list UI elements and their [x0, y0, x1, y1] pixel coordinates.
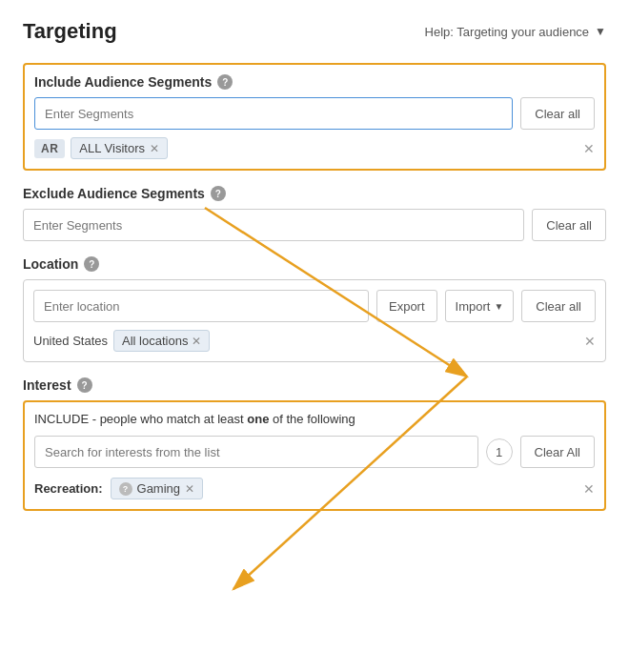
location-sub-close-icon[interactable]: ✕ [192, 336, 201, 347]
exclude-segments-clear-all-button[interactable]: Clear all [532, 209, 606, 241]
import-label: Import [456, 299, 491, 314]
include-segments-input-row: Clear all [34, 97, 595, 130]
include-segments-help-icon[interactable]: ? [217, 74, 233, 90]
interest-label: Interest ? [23, 377, 606, 393]
location-country-name: United States [33, 334, 108, 348]
include-segments-tags-row: AR ALL Visitors ✕ ✕ [34, 137, 595, 159]
page-title: Targeting [23, 19, 117, 44]
gaming-tag-name: Gaming [137, 481, 181, 496]
recreation-row: Recreation: ? Gaming ✕ ✕ [34, 478, 595, 499]
interest-section: Interest ? INCLUDE - people who match at… [23, 377, 606, 511]
location-clear-all-button[interactable]: Clear all [521, 290, 596, 322]
interest-input-row: 1 Clear All [34, 436, 595, 468]
exclude-segments-label: Exclude Audience Segments ? [23, 186, 606, 201]
chevron-down-icon: ▼ [595, 25, 606, 38]
include-segments-tag-close-icon[interactable]: ✕ [150, 143, 159, 154]
include-segments-row-close-icon[interactable]: ✕ [583, 141, 595, 156]
interest-clear-all-button[interactable]: Clear All [520, 436, 595, 468]
location-tags-row: United States All locations ✕ ✕ [33, 330, 596, 352]
include-segments-ar-badge: AR [34, 139, 65, 158]
gaming-help-dot: ? [119, 482, 132, 496]
recreation-label: Recreation: [34, 481, 103, 496]
page-header: Targeting Help: Targeting your audience … [23, 19, 606, 44]
location-row-close-icon[interactable]: ✕ [584, 334, 596, 349]
include-segments-clear-all-button[interactable]: Clear all [520, 97, 595, 130]
location-sub-text: All locations [122, 334, 188, 348]
help-link-text: Help: Targeting your audience [425, 25, 590, 39]
exclude-segments-input-row: Clear all [23, 209, 606, 241]
include-bold: one [247, 412, 269, 426]
include-segments-input[interactable] [34, 97, 513, 130]
location-box: Export Import ▼ Clear all United States … [23, 279, 606, 362]
include-prefix: INCLUDE [34, 412, 89, 426]
include-header: INCLUDE - people who match at least one … [34, 412, 595, 426]
location-label: Location ? [23, 256, 606, 272]
import-chevron-icon: ▼ [494, 301, 503, 312]
exclude-segments-section: Exclude Audience Segments ? Clear all [23, 186, 606, 241]
include-segments-tag-item: ALL Visitors ✕ [71, 137, 168, 159]
gaming-tag-close-icon[interactable]: ✕ [185, 483, 194, 495]
exclude-segments-help-icon[interactable]: ? [211, 186, 226, 201]
location-sub-tag: All locations ✕ [113, 330, 210, 352]
include-segments-label: Include Audience Segments ? [34, 74, 595, 90]
include-segments-tag-name: ALL Visitors [79, 141, 145, 155]
include-end: of the following [273, 412, 355, 426]
interest-search-input[interactable] [34, 436, 478, 468]
location-help-icon[interactable]: ? [84, 256, 99, 272]
interest-help-icon[interactable]: ? [77, 377, 92, 393]
exclude-segments-input[interactable] [23, 209, 524, 241]
interest-include-box: INCLUDE - people who match at least one … [23, 400, 606, 511]
help-link[interactable]: Help: Targeting your audience ▼ [425, 25, 606, 39]
recreation-row-close-icon[interactable]: ✕ [583, 481, 595, 497]
location-input-row: Export Import ▼ Clear all [33, 290, 596, 322]
location-input[interactable] [33, 290, 369, 322]
import-button[interactable]: Import ▼ [445, 290, 515, 322]
export-button[interactable]: Export [376, 290, 437, 322]
gaming-tag: ? Gaming ✕ [111, 478, 204, 499]
include-suffix: - people who match at least [92, 412, 248, 426]
interest-count-badge: 1 [486, 438, 513, 465]
location-section: Location ? Export Import ▼ Clear all Uni… [23, 256, 606, 362]
include-segments-box: Include Audience Segments ? Clear all AR… [23, 63, 606, 171]
